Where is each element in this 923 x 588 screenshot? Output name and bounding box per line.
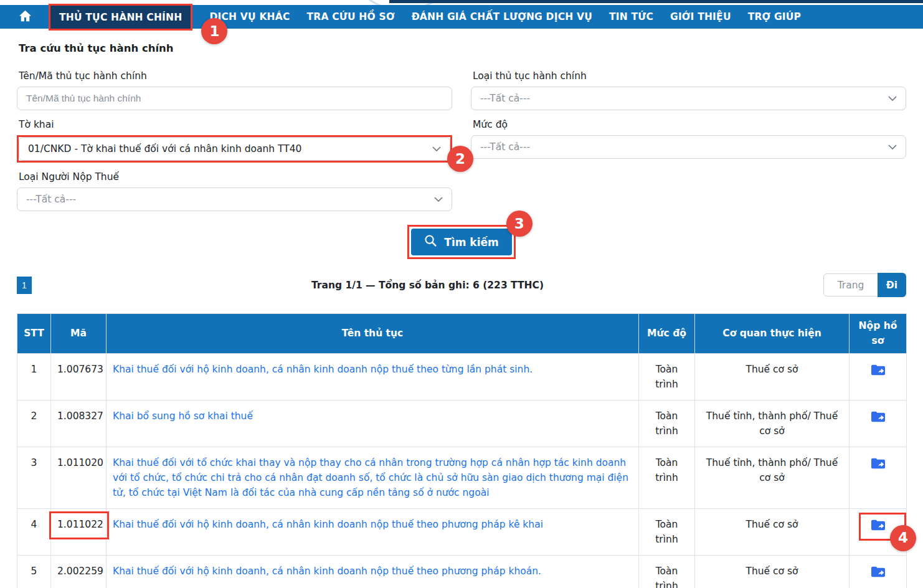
pagination-summary: Trang 1/1 — Tổng số bản ghi: 6 (223 TTHC… — [32, 280, 823, 291]
cell-ten: Khai bổ sung hồ sơ khai thuế — [107, 401, 639, 447]
procedure-link[interactable]: Khai thuế đối với tổ chức khai thay và n… — [113, 457, 628, 498]
cell-ma: 1.011022 — [51, 509, 107, 556]
cell-nop-ho-so: 4 — [850, 509, 907, 556]
cell-nop-ho-so — [850, 354, 907, 401]
annotation-badge-2: 2 — [447, 146, 473, 172]
cell-ten: Khai thuế đối với hộ kinh doanh, cá nhân… — [107, 556, 639, 588]
muc-do-selected-value: ---Tất cả--- — [480, 141, 530, 153]
cell-co-quan: Thuế tỉnh, thành phố/ Thuế cơ sở — [695, 401, 850, 447]
submit-dossier-button[interactable] — [870, 362, 886, 378]
loai-tthc-select[interactable]: ---Tất cả--- — [471, 87, 906, 110]
cell-ma: 2.002259 — [51, 556, 107, 588]
nav-active-highlight-box: THỦ TỤC HÀNH CHÍNH 1 — [49, 4, 192, 31]
header-ma: Mã — [51, 314, 107, 354]
muc-do-label: Mức độ — [473, 119, 904, 130]
procedure-link[interactable]: Khai thuế đối với hộ kinh doanh, cá nhân… — [113, 519, 543, 530]
cell-stt: 1 — [17, 354, 51, 401]
results-table: STT Mã Tên thủ tục Mức độ Cơ quan thực h… — [17, 313, 907, 588]
cell-muc-do: Toàn trình — [639, 354, 695, 401]
nav-item-tra-cuu-ho-so[interactable]: TRA CỨU HỒ SƠ — [307, 11, 395, 22]
cell-muc-do: Toàn trình — [639, 509, 695, 556]
cell-stt: 4 — [17, 509, 51, 556]
submit-dossier-button[interactable] — [870, 409, 886, 425]
procedure-link[interactable]: Khai thuế đối với hộ kinh doanh, cá nhân… — [113, 364, 532, 375]
goto-page-button[interactable]: Đi — [878, 273, 906, 297]
search-form: Tên/Mã thủ tục hành chính Tờ khai 01/CNK… — [17, 62, 906, 211]
cell-ten: Khai thuế đối với hộ kinh doanh, cá nhân… — [107, 354, 639, 401]
nav-item-danh-gia-chat-luong[interactable]: ĐÁNH GIÁ CHẤT LƯỢNG DỊCH VỤ — [412, 11, 592, 22]
loai-tthc-label: Loại thủ tục hành chính — [473, 70, 904, 82]
folder-share-icon — [871, 571, 885, 581]
annotation-badge-1: 1 — [201, 18, 227, 44]
cell-co-quan: Thuế cơ sở — [695, 354, 850, 401]
folder-share-icon — [871, 463, 885, 472]
nav-item-thu-tuc-hanh-chinh[interactable]: THỦ TỤC HÀNH CHÍNH — [59, 12, 182, 23]
cell-ten: Khai thuế đối với hộ kinh doanh, cá nhân… — [107, 509, 639, 556]
loai-nnt-select[interactable]: ---Tất cả--- — [17, 187, 452, 211]
header-ten-thu-tuc: Tên thủ tục — [107, 314, 639, 354]
procedure-link[interactable]: Khai bổ sung hồ sơ khai thuế — [113, 410, 253, 422]
chevron-down-icon — [888, 145, 897, 150]
cell-nop-ho-so — [850, 556, 907, 588]
search-icon — [424, 234, 437, 250]
procedure-link[interactable]: Khai thuế đối với hộ kinh doanh, cá nhân… — [113, 566, 541, 577]
table-row: 2 1.008327 Khai bổ sung hồ sơ khai thuế … — [17, 401, 907, 447]
header-co-quan: Cơ quan thực hiện — [695, 314, 850, 354]
table-row-highlighted: 4 1.011022 Khai thuế đối với hộ kinh doa… — [17, 509, 907, 556]
annotation-box-3: Tìm kiếm 3 — [407, 225, 515, 259]
page-title: Tra cứu thủ tục hành chính — [19, 42, 906, 54]
table-header-row: STT Mã Tên thủ tục Mức độ Cơ quan thực h… — [17, 314, 907, 354]
submit-dossier-button[interactable] — [870, 564, 886, 580]
to-khai-selected-value: 01/CNKD - Tờ khai thuế đối với cá nhân k… — [28, 143, 301, 154]
cell-ma: 1.011020 — [51, 447, 107, 509]
to-khai-select[interactable]: 01/CNKD - Tờ khai thuế đối với cá nhân k… — [19, 137, 450, 161]
cell-ten: Khai thuế đối với tổ chức khai thay và n… — [107, 447, 639, 509]
main-navbar: THỦ TỤC HÀNH CHÍNH 1 DỊCH VỤ KHÁC TRA CỨ… — [0, 5, 923, 29]
cell-co-quan: Thuế tỉnh, thành phố/ Thuế cơ sở — [695, 447, 850, 509]
cell-muc-do: Toàn trình — [639, 447, 695, 509]
header-muc-do: Mức độ — [639, 314, 695, 354]
cell-stt: 5 — [17, 556, 51, 588]
folder-share-icon — [871, 416, 885, 425]
home-button[interactable] — [19, 10, 32, 24]
nav-item-tin-tuc[interactable]: TIN TỨC — [609, 11, 653, 22]
cell-muc-do: Toàn trình — [639, 401, 695, 447]
chevron-down-icon — [432, 146, 441, 152]
header-stt: STT — [17, 314, 51, 354]
submit-dossier-button[interactable] — [870, 455, 886, 472]
cell-co-quan: Thuế cơ sở — [695, 556, 850, 588]
nav-item-gioi-thieu[interactable]: GIỚI THIỆU — [670, 11, 731, 22]
annotation-badge-3: 3 — [506, 211, 532, 237]
annotation-box-2: 01/CNKD - Tờ khai thuế đối với cá nhân k… — [17, 135, 452, 163]
loai-nnt-selected-value: ---Tất cả--- — [26, 194, 76, 205]
top-dark-strip — [389, 0, 923, 3]
chevron-down-icon — [888, 96, 897, 102]
cell-nop-ho-so — [850, 447, 907, 509]
header-nop-ho-so: Nộp hồ sơ — [850, 314, 907, 354]
table-row: 1 1.007673 Khai thuế đối với hộ kinh doa… — [17, 354, 907, 401]
cell-ma: 1.008327 — [51, 401, 107, 447]
table-row: 3 1.011020 Khai thuế đối với tổ chức kha… — [17, 447, 907, 509]
cell-ma: 1.007673 — [51, 354, 107, 401]
goto-page-input[interactable] — [823, 273, 878, 296]
annotation-badge-4: 4 — [890, 525, 916, 551]
home-icon — [19, 10, 32, 24]
search-button-label: Tìm kiếm — [444, 236, 498, 249]
page-number-button[interactable]: 1 — [17, 277, 32, 294]
chevron-down-icon — [434, 197, 443, 202]
cell-nop-ho-so — [850, 401, 907, 447]
pagination-bar: 1 Trang 1/1 — Tổng số bản ghi: 6 (223 TT… — [17, 273, 906, 297]
loai-nnt-label: Loại Người Nộp Thuế — [19, 171, 450, 183]
muc-do-select[interactable]: ---Tất cả--- — [471, 135, 906, 159]
nav-item-tro-giup[interactable]: TRỢ GIÚP — [748, 11, 801, 22]
name-code-input[interactable] — [17, 87, 452, 110]
cell-co-quan: Thuế cơ sở — [695, 509, 850, 556]
folder-share-icon — [871, 369, 885, 379]
annotation-box-4: 4 — [859, 513, 906, 541]
search-button[interactable]: Tìm kiếm — [411, 229, 511, 255]
to-khai-label: Tờ khai — [19, 119, 450, 130]
table-row: 5 2.002259 Khai thuế đối với hộ kinh doa… — [17, 556, 907, 588]
cell-stt: 2 — [17, 401, 51, 447]
loai-tthc-selected-value: ---Tất cả--- — [480, 93, 530, 104]
cell-muc-do: Toàn trình — [639, 556, 695, 588]
